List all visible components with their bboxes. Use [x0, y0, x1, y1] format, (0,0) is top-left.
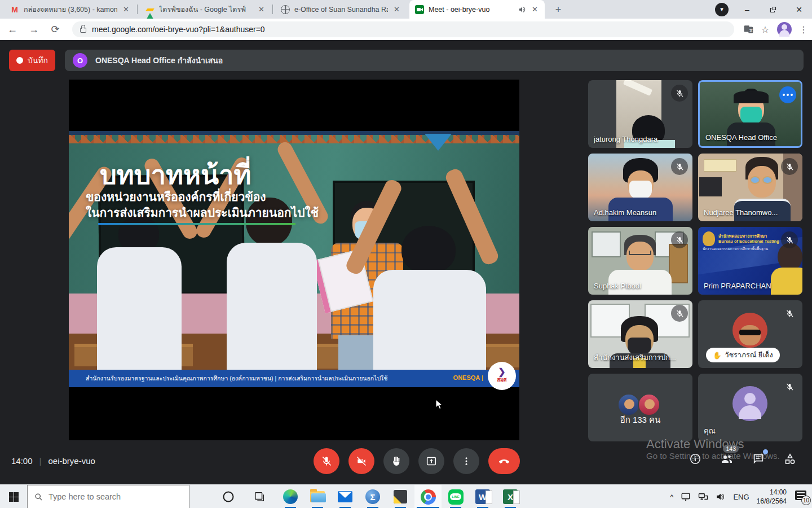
reload-button[interactable]: ⟳: [46, 20, 64, 38]
browser-menu-icon[interactable]: ⋮: [795, 21, 812, 38]
media-controls-button[interactable]: ▾: [715, 3, 729, 16]
excel-icon[interactable]: X: [497, 485, 524, 508]
sigma-app-icon[interactable]: Σ: [359, 485, 386, 508]
address-bar[interactable]: meet.google.com/oei-brye-vuo?pli=1&authu…: [72, 21, 734, 37]
participant-name: jaturong Thongdara: [594, 135, 657, 143]
presenting-text: ONESQA Head Office กำลังนำเสนอ: [95, 54, 223, 67]
participant-tile[interactable]: Ad.hakim Meansun: [588, 154, 692, 221]
word-icon[interactable]: W: [469, 485, 496, 508]
participant-tile[interactable]: สำนักงานส่งเสริมการปก...: [588, 300, 692, 368]
taskbar-search[interactable]: [27, 485, 189, 508]
mic-off-icon: [671, 305, 688, 322]
raise-hand-button[interactable]: [383, 448, 409, 474]
divider: |: [39, 456, 42, 466]
bunting-flags: [69, 135, 519, 143]
glasses: [762, 176, 773, 184]
mail-icon[interactable]: [332, 485, 359, 508]
mic-toggle-button[interactable]: [314, 448, 339, 474]
clock[interactable]: 14:00 16/8/2564: [757, 488, 787, 506]
tab-eoffice[interactable]: e-Office of Suan Sunandha Rajab ✕: [275, 0, 407, 19]
tab-drive[interactable]: ไดรฟ์ของฉัน - Google ไดรฟ์ ✕: [140, 0, 271, 19]
translate-icon[interactable]: 文: [740, 21, 757, 38]
tab-title: กล่องจดหมาย (3,605) - kamonkan.t: [24, 4, 117, 15]
raised-hand-icon: ✋: [713, 351, 722, 360]
chrome-icon[interactable]: [414, 485, 442, 508]
line-app-icon[interactable]: LINE: [442, 485, 469, 508]
participant-tile[interactable]: สำนักทดสอบทางการศึกษา Bureau of Educatio…: [698, 227, 802, 295]
presentation-stage: บทบาทหน้าที่ ของหน่วยงานหรือองค์กรที่เกี…: [69, 80, 519, 440]
participant-tile[interactable]: ✋ วัชราภรณ์ ยีเด็ง: [698, 300, 802, 368]
camera-toggle-button[interactable]: [348, 448, 374, 474]
task-view-icon[interactable]: [246, 485, 273, 508]
notes-app-icon[interactable]: [387, 485, 414, 508]
overflow-tile[interactable]: อีก 133 คน: [588, 374, 692, 441]
participant-tile[interactable]: Nudjaree Thanomwo...: [698, 154, 802, 221]
tray-chevron-icon[interactable]: ^: [670, 493, 673, 501]
activities-icon[interactable]: [783, 452, 797, 466]
tab-close-icon[interactable]: ✕: [392, 5, 401, 14]
language-indicator[interactable]: ENG: [733, 493, 749, 501]
file-explorer-icon[interactable]: [304, 485, 331, 508]
mic-off-icon: [671, 158, 688, 175]
tab-title: Meet - oei-brye-vuo: [429, 6, 514, 14]
tab-title: ไดรฟ์ของฉัน - Google ไดรฟ์: [159, 4, 253, 15]
logo-text: สมศ: [497, 376, 506, 384]
network-icon[interactable]: [698, 492, 708, 501]
participant-name: วัชราภรณ์ ยีเด็ง: [725, 349, 773, 361]
tray-date: 16/8/2564: [757, 497, 787, 506]
window-minimize-button[interactable]: –: [734, 0, 760, 19]
url-text[interactable]: meet.google.com/oei-brye-vuo?pli=1&authu…: [92, 25, 265, 34]
meet-main: บันทึก O ONESQA Head Office กำลังนำเสนอ: [0, 40, 812, 484]
participant-tile[interactable]: jaturong Thongdara: [588, 80, 692, 148]
window-restore-button[interactable]: [760, 0, 786, 19]
student-figure: [362, 216, 492, 370]
system-tray: ^ ENG 14:00 16/8/2564 10: [670, 485, 809, 508]
bg-text-line: Bureau of Educational Testing: [718, 239, 779, 244]
window-close-button[interactable]: ✕: [786, 0, 812, 19]
face-mask: [740, 107, 762, 124]
recording-button[interactable]: บันทึก: [9, 50, 55, 71]
end-call-button[interactable]: [488, 448, 520, 474]
present-screen-button[interactable]: [418, 448, 444, 474]
participant-tile-active-speaker[interactable]: ONESQA Head Office: [698, 80, 802, 148]
slide-footer-text: สำนักงานรับรองมาตรฐานและประเมินคุณภาพการ…: [86, 374, 387, 383]
tile-options-icon[interactable]: [779, 86, 796, 103]
new-tab-button[interactable]: +: [551, 3, 565, 16]
participant-figure: [771, 243, 802, 295]
tab-audio-icon[interactable]: [518, 6, 526, 14]
slide-image: บทบาทหน้าที่ ของหน่วยงานหรือองค์กรที่เกี…: [69, 131, 519, 370]
more-options-button[interactable]: [453, 448, 479, 474]
window: [592, 231, 621, 257]
chat-icon[interactable]: [751, 452, 766, 466]
volume-icon[interactable]: [716, 492, 726, 501]
tab-gmail[interactable]: M กล่องจดหมาย (3,605) - kamonkan.t ✕: [5, 0, 136, 19]
chat-notification-dot: [763, 449, 768, 454]
windows-logo-icon: [9, 492, 19, 502]
air-conditioner: [704, 159, 736, 172]
tab-close-icon[interactable]: ✕: [257, 5, 266, 14]
search-input[interactable]: [48, 492, 178, 501]
participant-avatar: [732, 313, 767, 348]
meeting-details-icon[interactable]: [688, 452, 703, 466]
meet-icon: [415, 5, 424, 14]
self-tile[interactable]: คุณ: [698, 374, 802, 441]
bookmark-star-icon[interactable]: ☆: [757, 21, 774, 38]
edge-icon[interactable]: [277, 485, 304, 508]
tab-meet-active[interactable]: Meet - oei-brye-vuo ✕: [409, 0, 545, 19]
start-button[interactable]: [0, 485, 27, 508]
cortana-icon[interactable]: [215, 485, 242, 508]
tab-separator: [272, 5, 273, 14]
participant-avatar: [617, 393, 640, 416]
mic-off-icon: [671, 85, 688, 102]
tab-close-icon[interactable]: ✕: [531, 5, 539, 14]
tab-close-icon[interactable]: ✕: [122, 5, 130, 14]
profile-avatar[interactable]: [777, 22, 792, 37]
forward-button[interactable]: →: [25, 20, 43, 38]
cast-icon[interactable]: [681, 492, 691, 501]
back-button[interactable]: ←: [3, 20, 21, 38]
browser-tab-strip: M กล่องจดหมาย (3,605) - kamonkan.t ✕ ไดร…: [0, 0, 812, 19]
participants-icon[interactable]: 143: [720, 452, 734, 466]
notification-center-icon[interactable]: 10: [794, 489, 809, 504]
slide-subtitle-2: ในการส่งเสริมการนำผลประเมินภายนอกไปใช้: [86, 203, 319, 222]
participant-tile[interactable]: Suphak Pibool: [588, 227, 692, 295]
